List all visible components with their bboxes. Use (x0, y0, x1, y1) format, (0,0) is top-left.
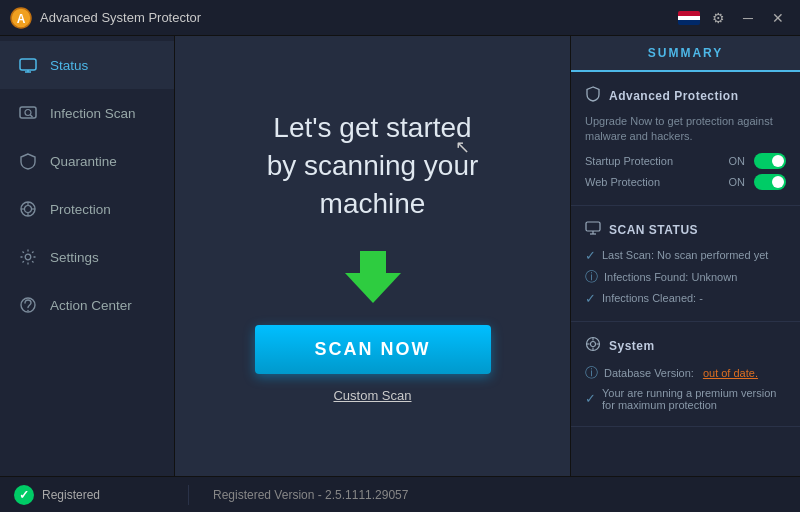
summary-tab[interactable]: SUMMARY (571, 36, 800, 72)
advanced-protection-desc: Upgrade Now to get protection against ma… (585, 114, 786, 145)
premium-text: Your are running a premium version for m… (602, 387, 786, 411)
system-icon (585, 336, 601, 356)
headline-line1: Let's get started (273, 112, 471, 143)
infections-cleaned-row: ✓ Infections Cleaned: - (585, 291, 786, 306)
app-body: Status Infection Scan Quarantine (0, 36, 800, 476)
sidebar-item-action-center[interactable]: Action Center (0, 281, 174, 329)
sidebar-item-infection-scan[interactable]: Infection Scan (0, 89, 174, 137)
web-protection-value: ON (729, 176, 746, 188)
last-scan-row: ✓ Last Scan: No scan performed yet (585, 248, 786, 263)
sidebar-item-status[interactable]: Status (0, 41, 174, 89)
startup-protection-label: Startup Protection (585, 155, 673, 167)
startup-protection-toggle-container: ON (729, 153, 787, 169)
headline-line3: machine (320, 188, 426, 219)
sidebar-infection-scan-label: Infection Scan (50, 106, 136, 121)
last-scan-text: Last Scan: No scan performed yet (602, 249, 768, 261)
db-icon: ⓘ (585, 364, 598, 382)
check-circle-icon: ✓ (585, 248, 596, 263)
svg-rect-17 (586, 222, 600, 231)
monitor-icon (585, 220, 601, 240)
arrow-down-container (345, 251, 401, 303)
system-title: System (609, 339, 655, 353)
sidebar-item-protection[interactable]: Protection (0, 185, 174, 233)
quarantine-icon (18, 151, 38, 171)
sidebar-item-settings[interactable]: Settings (0, 233, 174, 281)
info-circle-icon: ⓘ (585, 268, 598, 286)
scan-now-button[interactable]: SCAN NOW (255, 325, 491, 374)
window-controls: ⚙ ─ ✕ (678, 6, 790, 30)
headline-line2: by scanning your (267, 150, 479, 181)
settings-icon (18, 247, 38, 267)
arrow-shaft (360, 251, 386, 273)
system-section: System ⓘ Database Version: out of date. … (571, 322, 800, 427)
registered-label: Registered (42, 488, 100, 502)
minimize-button[interactable]: ─ (736, 6, 760, 30)
startup-protection-value: ON (729, 155, 746, 167)
scan-status-header: SCAN STATUS (585, 220, 786, 240)
advanced-protection-header: Advanced Protection (585, 86, 786, 106)
flag-icon (678, 11, 700, 25)
svg-point-16 (27, 310, 29, 312)
web-protection-toggle[interactable] (754, 174, 786, 190)
main-content: ↖ Let's get started by scanning your mac… (175, 36, 570, 476)
settings-titlebar-button[interactable]: ⚙ (706, 6, 730, 30)
right-panel: SUMMARY Advanced Protection Upgrade Now … (570, 36, 800, 476)
registered-section: ✓ Registered (14, 485, 189, 505)
sidebar-settings-label: Settings (50, 250, 99, 265)
action-center-icon (18, 295, 38, 315)
scan-status-section: SCAN STATUS ✓ Last Scan: No scan perform… (571, 206, 800, 322)
web-protection-toggle-container: ON (729, 174, 787, 190)
infections-cleaned-text: Infections Cleaned: - (602, 292, 703, 304)
check-circle2-icon: ✓ (585, 291, 596, 306)
database-version-link[interactable]: out of date. (703, 367, 758, 379)
custom-scan-button[interactable]: Custom Scan (333, 388, 411, 403)
sidebar-quarantine-label: Quarantine (50, 154, 117, 169)
sidebar: Status Infection Scan Quarantine (0, 36, 175, 476)
shield-icon (585, 86, 601, 106)
svg-line-7 (30, 115, 32, 117)
sidebar-status-label: Status (50, 58, 88, 73)
advanced-protection-title: Advanced Protection (609, 89, 739, 103)
startup-protection-toggle[interactable] (754, 153, 786, 169)
svg-point-21 (591, 341, 596, 346)
statusbar: ✓ Registered Registered Version - 2.5.11… (0, 476, 800, 512)
svg-rect-5 (20, 107, 36, 118)
svg-point-9 (25, 206, 32, 213)
sidebar-action-center-label: Action Center (50, 298, 132, 313)
svg-rect-2 (20, 59, 36, 70)
web-protection-row: Web Protection ON (585, 174, 786, 190)
premium-icon: ✓ (585, 391, 596, 406)
svg-point-14 (25, 254, 31, 260)
app-title: Advanced System Protector (40, 10, 678, 25)
svg-text:A: A (17, 11, 26, 25)
database-version-row: ⓘ Database Version: out of date. (585, 364, 786, 382)
advanced-protection-section: Advanced Protection Upgrade Now to get p… (571, 72, 800, 206)
svg-point-6 (25, 110, 31, 116)
arrow-head (345, 273, 401, 303)
close-button[interactable]: ✕ (766, 6, 790, 30)
protection-icon (18, 199, 38, 219)
infections-found-row: ⓘ Infections Found: Unknown (585, 268, 786, 286)
titlebar: A Advanced System Protector ⚙ ─ ✕ (0, 0, 800, 36)
app-logo: A (10, 7, 32, 29)
database-version-label: Database Version: (604, 367, 694, 379)
startup-protection-row: Startup Protection ON (585, 153, 786, 169)
registered-icon: ✓ (14, 485, 34, 505)
main-headline: Let's get started by scanning your machi… (267, 109, 479, 222)
premium-row: ✓ Your are running a premium version for… (585, 387, 786, 411)
status-icon (18, 55, 38, 75)
scan-status-title: SCAN STATUS (609, 223, 698, 237)
infections-found-text: Infections Found: Unknown (604, 271, 737, 283)
sidebar-item-quarantine[interactable]: Quarantine (0, 137, 174, 185)
sidebar-protection-label: Protection (50, 202, 111, 217)
web-protection-label: Web Protection (585, 176, 660, 188)
system-header: System (585, 336, 786, 356)
version-label: Registered Version - 2.5.1111.29057 (199, 488, 408, 502)
infection-scan-icon (18, 103, 38, 123)
